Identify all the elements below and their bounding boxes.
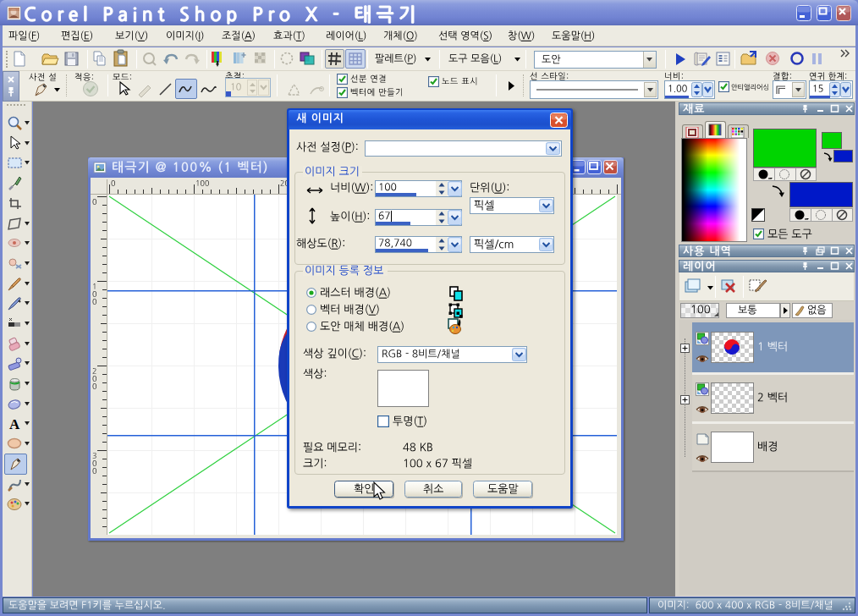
svg-text:A: A bbox=[9, 416, 20, 432]
